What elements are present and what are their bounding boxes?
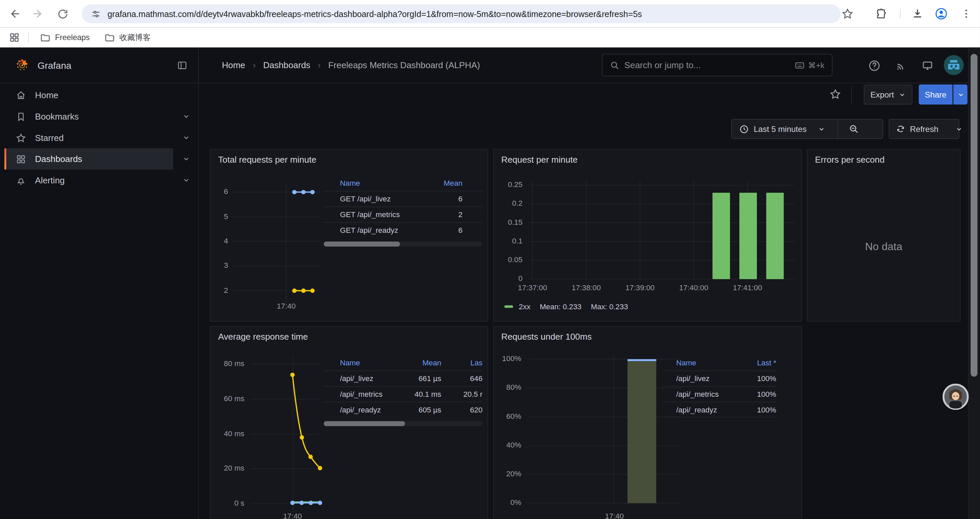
series-name[interactable]: /api/_livez (340, 374, 402, 383)
sidebar-item-dashboards[interactable]: Dashboards (0, 148, 199, 170)
panel-title[interactable]: Errors per second (815, 155, 885, 164)
legend-row[interactable]: GET /api/_metrics 2 (324, 206, 483, 222)
legend-header-last[interactable]: Las (441, 359, 483, 367)
legend-inline[interactable]: 2xx Mean: 0.233 Max: 0.233 (504, 302, 628, 311)
sidebar-item-label: Starred (35, 133, 64, 143)
total-requests-chart[interactable] (210, 175, 323, 319)
legend-header: Name Mean Las (324, 355, 483, 370)
chevron-down-icon[interactable] (183, 113, 190, 120)
series-mean: 661 µs (402, 374, 441, 383)
extensions-icon[interactable] (873, 6, 889, 21)
search-icon (610, 61, 619, 70)
monitor-icon[interactable] (921, 59, 934, 72)
help-icon[interactable] (868, 59, 881, 72)
url-text[interactable]: grafana.mathmast.com/d/deytv4rwavabkb/fr… (107, 9, 642, 18)
brand-area: Grafana (0, 48, 199, 83)
panel-title[interactable]: Requests under 100ms (501, 332, 592, 342)
legend-scrollbar[interactable] (324, 241, 483, 246)
breadcrumb-home[interactable]: Home (222, 60, 245, 70)
clock-icon (740, 124, 749, 134)
request-per-minute-chart[interactable] (494, 175, 801, 300)
browser-menu-icon[interactable] (959, 6, 974, 21)
series-name[interactable]: /api/_readyz (340, 406, 402, 414)
series-name[interactable]: GET /api/_livez (340, 195, 422, 203)
refresh-label: Refresh (910, 124, 938, 134)
sidebar-item-alerting[interactable]: Alerting (0, 170, 199, 191)
x-tick: 17:37:00 (511, 284, 554, 292)
sidebar-item-home[interactable]: Home (0, 85, 199, 106)
x-tick: 17:40 (270, 302, 302, 310)
legend-row[interactable]: /api/_metrics 40.1 ms 20.5 r (324, 386, 483, 402)
legend-scrollbar[interactable] (324, 421, 483, 426)
series-name[interactable]: 2xx (519, 302, 530, 311)
export-button[interactable]: Export (864, 85, 912, 105)
time-range-picker[interactable]: Last 5 minutes (732, 120, 832, 138)
reload-icon[interactable] (55, 6, 70, 21)
series-name[interactable]: /api/_readyz (676, 405, 741, 414)
chevron-down-icon[interactable] (183, 134, 190, 141)
share-button[interactable]: Share (919, 85, 952, 105)
brand-name: Grafana (37, 60, 72, 71)
series-name[interactable]: GET /api/_readyz (340, 226, 422, 235)
downloads-icon[interactable] (910, 6, 925, 21)
page-scrollbar-thumb[interactable] (970, 54, 978, 377)
legend-row[interactable]: GET /api/_readyz 6 (324, 222, 483, 238)
x-tick: 17:38:00 (565, 284, 608, 292)
site-settings-icon[interactable] (91, 8, 102, 19)
zoom-out-button[interactable] (843, 120, 864, 138)
share-menu-button[interactable] (953, 85, 967, 105)
series-color-green (504, 305, 513, 308)
refresh-interval-button[interactable] (955, 120, 963, 138)
shortcut-label: ⌘+k (808, 61, 824, 70)
sidebar-toggle-icon[interactable] (177, 60, 188, 71)
bookmark-star-icon[interactable] (840, 6, 855, 21)
screen: grafana.mathmast.com/d/deytv4rwavabkb/fr… (0, 0, 980, 519)
sidebar-item-label: Home (35, 90, 58, 100)
back-icon[interactable] (7, 6, 22, 21)
series-name[interactable]: /api/_metrics (340, 390, 402, 398)
chevron-down-icon[interactable] (183, 155, 190, 163)
panel-title[interactable]: Request per minute (501, 155, 578, 164)
user-avatar[interactable] (943, 55, 964, 75)
grafana-logo[interactable] (15, 58, 29, 72)
legend-header-mean[interactable]: Mean (423, 179, 463, 188)
x-tick: 17:39:00 (618, 284, 662, 292)
bookmark-folder-freeleaps[interactable]: Freeleaps (40, 31, 90, 45)
bookmark-folder-blogs[interactable]: 收藏博客 (104, 31, 151, 45)
legend-row[interactable]: /api/_metrics 100% (662, 386, 776, 402)
legend-header-name[interactable]: Name (340, 359, 402, 367)
search-input[interactable] (624, 60, 789, 70)
legend-row[interactable]: /api/_livez 661 µs 646 (324, 370, 483, 386)
search-bar[interactable]: ⌘+k (602, 54, 832, 76)
panel-avg-response-time: Average response time 80 ms 60 ms 40 ms … (210, 326, 488, 519)
legend-header-mean[interactable]: Mean (402, 359, 441, 367)
chevron-down-icon[interactable] (183, 176, 190, 184)
profile-icon[interactable] (934, 6, 949, 21)
series-name[interactable]: GET /api/_metrics (340, 211, 422, 219)
sidebar-item-bookmarks[interactable]: Bookmarks (0, 106, 199, 127)
floating-assistant-avatar[interactable] (943, 384, 969, 410)
legend-header-last[interactable]: Last * (741, 359, 776, 367)
sidebar-item-starred[interactable]: Starred (0, 127, 199, 148)
legend-row[interactable]: /api/_readyz 100% (662, 402, 776, 417)
legend-header-name[interactable]: Name (676, 359, 741, 367)
series-last: 100% (741, 390, 776, 398)
breadcrumb-dashboards[interactable]: Dashboards (263, 60, 310, 70)
forward-icon[interactable] (31, 6, 46, 21)
avg-response-chart[interactable] (210, 355, 323, 519)
x-tick: 17:40 (277, 512, 308, 519)
legend-row[interactable]: /api/_livez 100% (662, 370, 776, 386)
apps-grid-icon[interactable] (9, 32, 20, 43)
breadcrumb-separator: › (318, 60, 321, 70)
legend-row[interactable]: GET /api/_livez 6 (324, 191, 483, 206)
series-name[interactable]: /api/_livez (676, 374, 741, 383)
news-rss-icon[interactable] (894, 59, 907, 72)
legend-row[interactable]: /api/_readyz 605 µs 620 (324, 402, 483, 417)
favorite-star-icon[interactable] (829, 88, 841, 100)
series-name[interactable]: /api/_metrics (676, 390, 741, 398)
panel-title[interactable]: Average response time (218, 332, 308, 342)
legend-header-name[interactable]: Name (340, 179, 422, 188)
address-bar[interactable]: grafana.mathmast.com/d/deytv4rwavabkb/fr… (82, 4, 841, 23)
refresh-button[interactable]: Refresh (889, 120, 945, 138)
panel-title[interactable]: Total requests per minute (218, 155, 317, 164)
